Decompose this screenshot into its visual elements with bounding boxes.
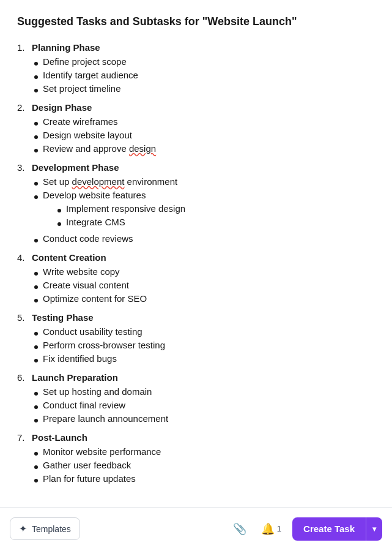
phase-number: 6. — [17, 372, 28, 383]
bullet-icon — [34, 75, 38, 79]
bullet-icon — [34, 479, 38, 482]
bullet-icon — [34, 345, 38, 349]
bullet-icon — [34, 299, 38, 302]
bullet-icon — [34, 405, 38, 409]
bullet-icon — [34, 122, 38, 126]
subtask-list: Monitor website performanceGather user f… — [34, 446, 375, 484]
subtask-text: Fix identified bugs — [43, 353, 117, 364]
sub-subtask-text: Implement responsive design — [66, 203, 185, 214]
templates-label: Templates — [32, 524, 71, 534]
subtask-text: Prepare launch announcement — [43, 413, 168, 424]
subtask-item: Optimize content for SEO — [34, 293, 375, 304]
subtask-text: Optimize content for SEO — [43, 293, 147, 304]
phase-item-5: 5.Testing PhaseConduct usability testing… — [17, 312, 375, 364]
subtask-text: Set up development environment — [43, 176, 177, 187]
phase-item-4: 4.Content CreationWrite website copyCrea… — [17, 252, 375, 304]
subtask-item: Conduct final review — [34, 400, 375, 410]
subtask-text: Design website layout — [43, 130, 132, 140]
subtask-item: Prepare launch announcement — [34, 413, 375, 424]
phase-number: 3. — [17, 162, 28, 173]
subtask-list: Conduct usability testingPerform cross-b… — [34, 326, 375, 364]
subtask-item: Plan for future updates — [34, 473, 375, 484]
subtask-text: Set up hosting and domain — [43, 386, 152, 397]
subtask-item: Set project timeline — [34, 83, 375, 94]
templates-icon: ✦ — [19, 523, 27, 535]
subtask-list: Write website copyCreate visual contentO… — [34, 266, 375, 304]
bullet-icon — [34, 182, 38, 186]
subtask-item: Develop website featuresImplement respon… — [34, 190, 375, 230]
subtask-item: Monitor website performance — [34, 446, 375, 457]
notification-button[interactable]: 🔔 1 — [257, 519, 285, 539]
phase-label: Launch Preparation — [32, 372, 118, 383]
chevron-down-icon[interactable]: ▾ — [366, 519, 382, 539]
subtask-item: Review and approve design — [34, 143, 375, 154]
bullet-icon — [34, 89, 38, 92]
subtask-item: Identify target audience — [34, 70, 375, 80]
subtask-item: Create wireframes — [34, 116, 375, 127]
phase-label: Testing Phase — [32, 312, 94, 323]
subtask-list: Set up hosting and domainConduct final r… — [34, 386, 375, 424]
bullet-icon — [34, 332, 38, 336]
main-content: Suggested Tasks and Subtasks for "Websit… — [0, 0, 392, 507]
bullet-icon — [34, 62, 38, 66]
subtask-item: Write website copy — [34, 266, 375, 277]
sub-subtask-item: Integrate CMS — [57, 217, 185, 227]
bullet-icon — [57, 209, 61, 212]
subtask-text: Identify target audience — [43, 70, 138, 80]
phase-item-3: 3.Development PhaseSet up development en… — [17, 162, 375, 244]
bullet-icon — [34, 465, 38, 469]
subtask-text: Define project scope — [43, 56, 127, 67]
phase-label: Content Creation — [32, 252, 106, 263]
subtask-item: Create visual content — [34, 280, 375, 290]
subtask-text: Develop website features — [43, 190, 146, 200]
subtask-list: Create wireframesDesign website layoutRe… — [34, 116, 375, 154]
subtask-item: Conduct code reviews — [34, 233, 375, 244]
phase-number: 1. — [17, 42, 28, 53]
subtask-item: Perform cross-browser testing — [34, 340, 375, 350]
subtask-text: Set project timeline — [43, 83, 121, 94]
phase-item-2: 2.Design PhaseCreate wireframesDesign we… — [17, 102, 375, 154]
notification-count: 1 — [277, 524, 281, 533]
phase-label: Development Phase — [32, 162, 119, 173]
create-task-button[interactable]: Create Task ▾ — [292, 517, 382, 541]
page-title: Suggested Tasks and Subtasks for "Websit… — [17, 15, 375, 29]
subtask-item: Conduct usability testing — [34, 326, 375, 337]
subtask-text: Review and approve design — [43, 143, 156, 154]
subtask-text: Conduct usability testing — [43, 326, 142, 337]
bullet-icon — [34, 272, 38, 276]
subtask-list: Set up development environmentDevelop we… — [34, 176, 375, 244]
phase-number: 4. — [17, 252, 28, 263]
bullet-icon — [34, 135, 38, 139]
phase-number: 7. — [17, 432, 28, 443]
phase-label: Planning Phase — [32, 42, 100, 53]
bullet-icon — [34, 285, 38, 289]
bell-icon: 🔔 — [261, 522, 275, 536]
subtask-text: Monitor website performance — [43, 446, 161, 457]
attachment-icon: 📎 — [233, 522, 246, 536]
subtask-item: Gather user feedback — [34, 460, 375, 470]
phase-item-1: 1.Planning PhaseDefine project scopeIden… — [17, 42, 375, 94]
subtask-list: Define project scopeIdentify target audi… — [34, 56, 375, 94]
bullet-icon — [34, 195, 38, 199]
attachment-button[interactable]: 📎 — [229, 519, 250, 539]
bullet-icon — [34, 239, 38, 242]
phase-number: 2. — [17, 102, 28, 113]
subtask-item: Define project scope — [34, 56, 375, 67]
bullet-icon — [34, 359, 38, 362]
subtask-text: Perform cross-browser testing — [43, 340, 165, 350]
bullet-icon — [34, 452, 38, 456]
bullet-icon — [34, 419, 38, 422]
sub-subtask-text: Integrate CMS — [66, 217, 125, 227]
phase-label: Post-Launch — [32, 432, 87, 443]
subtask-item: Design website layout — [34, 130, 375, 140]
templates-button[interactable]: ✦ Templates — [10, 517, 80, 540]
bullet-icon — [57, 222, 61, 226]
subtask-text: Conduct code reviews — [43, 233, 133, 244]
footer-bar: ✦ Templates 📎 🔔 1 Create Task ▾ — [0, 507, 392, 548]
phase-item-6: 6.Launch PreparationSet up hosting and d… — [17, 372, 375, 424]
subtask-text: Create visual content — [43, 280, 129, 290]
phase-label: Design Phase — [32, 102, 92, 113]
sub-subtask-list: Implement responsive designIntegrate CMS — [57, 203, 185, 227]
bullet-icon — [34, 392, 38, 396]
subtask-item: Fix identified bugs — [34, 353, 375, 364]
